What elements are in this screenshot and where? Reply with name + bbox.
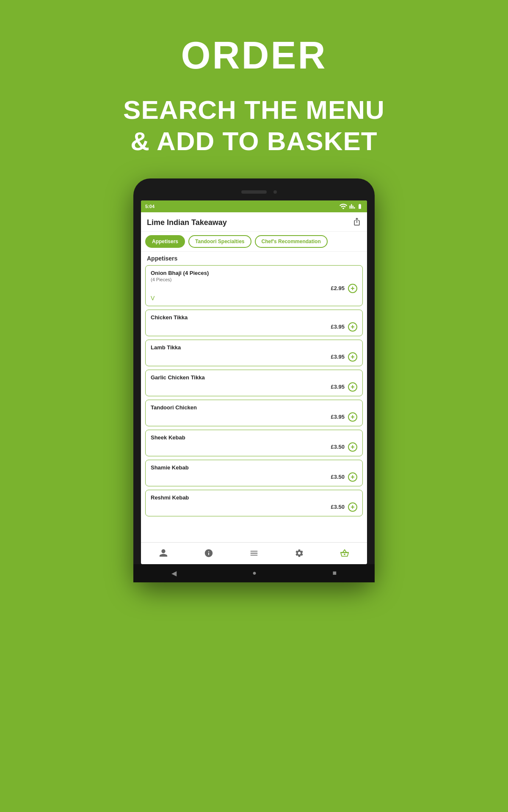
signal-icon (349, 203, 355, 209)
tab-appetisers[interactable]: Appetisers (145, 235, 185, 248)
menu-item-name: Shamie Kebab (151, 464, 189, 471)
menu-item: Onion Bhaji (4 Pieces) (4 Pieces) £2.95 … (145, 265, 363, 306)
menu-item-top: Chicken Tikka (151, 314, 357, 321)
tabs-bar: Appetisers Tandoori Specialties Chef's R… (141, 232, 367, 252)
nav-profile-button[interactable] (159, 549, 168, 558)
menu-item-top: Reshmi Kebab (151, 494, 357, 501)
menu-item-name: Sheek Kebab (151, 434, 185, 441)
menu-item-price: £2.95 (331, 285, 345, 291)
add-item-button[interactable]: + (348, 442, 357, 452)
tablet-camera (273, 190, 277, 194)
tab-chefs-recommendation[interactable]: Chef's Recommendation (255, 235, 328, 248)
menu-item-price: £3.95 (331, 324, 345, 330)
share-icon[interactable] (353, 217, 361, 228)
price-row: £3.95 + (151, 352, 357, 362)
status-icons (339, 202, 363, 211)
nav-menu-button[interactable] (249, 549, 259, 558)
add-item-button[interactable]: + (348, 352, 357, 362)
menu-item-name: Lamb Tikka (151, 344, 181, 351)
price-row: £2.95 + (151, 284, 357, 293)
menu-item-top: Sheek Kebab (151, 434, 357, 441)
price-row: £3.95 + (151, 322, 357, 332)
menu-item: Chicken Tikka £3.95 + (145, 310, 363, 336)
android-recent-button[interactable]: ■ (333, 569, 337, 577)
add-item-button[interactable]: + (348, 322, 357, 332)
price-row: £3.50 + (151, 442, 357, 452)
menu-item-price: £3.50 (331, 474, 345, 480)
add-item-button[interactable]: + (348, 472, 357, 482)
app-title: Lime Indian Takeaway (147, 218, 227, 227)
page-title: ORDER (181, 34, 327, 77)
menu-item-price: £3.50 (331, 444, 345, 450)
menu-item-price: £3.50 (331, 504, 345, 510)
menu-item-price: £3.95 (331, 384, 345, 390)
wifi-icon (339, 202, 348, 211)
price-row: £3.95 + (151, 412, 357, 422)
menu-list: Onion Bhaji (4 Pieces) (4 Pieces) £2.95 … (141, 263, 367, 542)
add-item-button[interactable]: + (348, 412, 357, 422)
menu-item-top: Lamb Tikka (151, 344, 357, 351)
menu-item-price: £3.95 (331, 414, 345, 420)
app-header: Lime Indian Takeaway (141, 212, 367, 232)
menu-item: Reshmi Kebab £3.50 + (145, 490, 363, 516)
battery-icon (357, 203, 363, 209)
tablet-device: 5:04 Lime Indian Takeaway (133, 178, 375, 582)
android-home-button[interactable]: ● (252, 569, 257, 577)
menu-item: Lamb Tikka £3.95 + (145, 340, 363, 366)
menu-item-name: Reshmi Kebab (151, 494, 189, 501)
android-nav-bar: ◀ ● ■ (133, 564, 375, 582)
tablet-speaker (241, 190, 267, 194)
menu-item-name: Onion Bhaji (4 Pieces) (151, 270, 209, 276)
add-item-button[interactable]: + (348, 284, 357, 293)
price-row: £3.50 + (151, 472, 357, 482)
menu-item-top: Tandoori Chicken (151, 404, 357, 411)
menu-item: Garlic Chicken Tikka £3.95 + (145, 370, 363, 396)
menu-item-price: £3.95 (331, 354, 345, 360)
add-item-button[interactable]: + (348, 382, 357, 392)
android-back-button[interactable]: ◀ (171, 569, 177, 577)
status-time: 5:04 (145, 204, 155, 209)
menu-item: Sheek Kebab £3.50 + (145, 430, 363, 456)
menu-item-name: Garlic Chicken Tikka (151, 374, 205, 381)
page-subtitle: SEARCH THE MENU & ADD TO BASKET (123, 94, 385, 157)
nav-basket-button[interactable] (340, 549, 349, 558)
veg-icon: V (151, 295, 357, 302)
tablet-top-bar (141, 186, 367, 198)
add-item-button[interactable]: + (348, 502, 357, 512)
status-bar: 5:04 (141, 200, 367, 212)
section-heading: Appetisers (141, 252, 367, 263)
menu-item-top: Shamie Kebab (151, 464, 357, 471)
tab-tandoori[interactable]: Tandoori Specialties (188, 235, 251, 248)
menu-item-sub: (4 Pieces) (151, 277, 357, 282)
menu-item-top: Onion Bhaji (4 Pieces) (151, 270, 357, 276)
menu-item-name: Tandoori Chicken (151, 404, 197, 411)
price-row: £3.95 + (151, 382, 357, 392)
nav-info-button[interactable] (204, 549, 213, 558)
nav-settings-button[interactable] (295, 549, 304, 558)
bottom-nav (141, 542, 367, 564)
tablet-screen: 5:04 Lime Indian Takeaway (141, 200, 367, 564)
menu-item-name: Chicken Tikka (151, 314, 188, 321)
price-row: £3.50 + (151, 502, 357, 512)
menu-item: Tandoori Chicken £3.95 + (145, 400, 363, 426)
menu-item: Shamie Kebab £3.50 + (145, 460, 363, 486)
menu-item-top: Garlic Chicken Tikka (151, 374, 357, 381)
